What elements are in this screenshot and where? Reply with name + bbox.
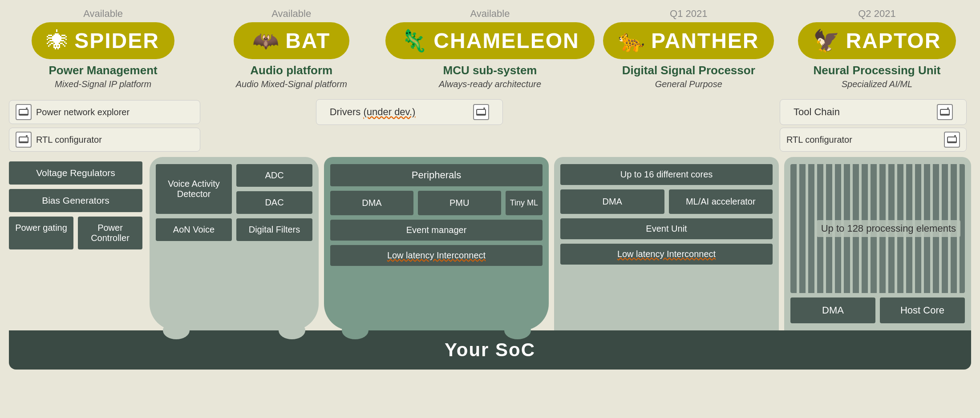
tools-col-toolchain: Tool Chain bbox=[618, 99, 971, 125]
svg-rect-14 bbox=[947, 141, 957, 143]
panther-low-latency-block: Low latency Interconnect bbox=[560, 244, 773, 265]
tool-chain-box[interactable]: Tool Chain bbox=[780, 99, 967, 125]
svg-rect-8 bbox=[940, 114, 950, 115]
chameleon-availability: Available bbox=[470, 8, 510, 20]
panther-icon: 🐆 bbox=[618, 30, 645, 52]
aon-voice-block: AoN Voice bbox=[156, 218, 232, 241]
rtl-left-label: RTL configurator bbox=[36, 135, 102, 145]
svg-rect-1 bbox=[19, 114, 28, 115]
tools-row1: Power network explorer Drivers (under de… bbox=[9, 99, 971, 125]
raptor-availability: Q2 2021 bbox=[858, 8, 895, 20]
rtl-right-icon bbox=[944, 132, 960, 148]
raptor-blocks: Up to 128 processing elements DMA Host C… bbox=[784, 157, 971, 330]
diagram-area: Voltage Regulators Bias Generators Power… bbox=[9, 157, 971, 330]
chameleon-badge[interactable]: 🦎 CHAMELEON bbox=[385, 22, 594, 59]
raptor-name: RAPTOR bbox=[846, 28, 941, 53]
voice-activity-detector-block: Voice Activity Detector bbox=[156, 164, 232, 214]
bat-blocks: Voice Activity Detector ADC DAC AoN Voic… bbox=[150, 157, 319, 330]
raptor-128-label: Up to 128 processing elements bbox=[817, 220, 960, 237]
chip-column-bat: Available 🦇 BAT Audio platform Audio Mix… bbox=[197, 8, 385, 89]
raptor-dma-block: DMA bbox=[790, 297, 875, 323]
dac-block: DAC bbox=[236, 191, 312, 214]
tool-chain-label: Tool Chain bbox=[794, 106, 840, 118]
svg-point-12 bbox=[26, 135, 28, 137]
power-controller-block: Power Controller bbox=[78, 217, 142, 249]
power-network-explorer-item[interactable]: Power network explorer bbox=[9, 100, 200, 124]
bat-icon: 🦇 bbox=[252, 30, 279, 52]
panther-availability: Q1 2021 bbox=[670, 8, 707, 20]
voltage-regulators-block: Voltage Regulators bbox=[9, 161, 142, 185]
raptor-badge[interactable]: 🦅 RAPTOR bbox=[798, 22, 956, 59]
chameleon-blocks: Peripherals DMA PMU Tiny ML Event manage… bbox=[324, 157, 549, 330]
bat-availability: Available bbox=[271, 8, 311, 20]
peripherals-block: Peripherals bbox=[330, 164, 543, 186]
page-container: Available 🕷 SPIDER Power Management Mixe… bbox=[0, 0, 980, 418]
bottom-bar: Your SoC bbox=[9, 330, 971, 370]
panther-title: Digital Signal Processor bbox=[622, 64, 755, 77]
tools-row2-left: RTL configurator bbox=[9, 128, 200, 152]
rtl-left-icon bbox=[16, 132, 32, 148]
chameleon-subtitle: Always-ready architecture bbox=[439, 79, 541, 89]
bat-grid: Voice Activity Detector ADC DAC AoN Voic… bbox=[156, 164, 312, 241]
raptor-title: Neural Processing Unit bbox=[813, 64, 940, 77]
panther-subtitle: General Purpose bbox=[655, 79, 722, 89]
raptor-subtitle: Specialized AI/ML bbox=[842, 79, 912, 89]
panther-badge[interactable]: 🐆 PANTHER bbox=[603, 22, 774, 59]
power-row: Power gating Power Controller bbox=[9, 217, 142, 249]
ml-ai-accelerator-block: ML/AI accelerator bbox=[669, 189, 773, 214]
chip-column-spider: Available 🕷 SPIDER Power Management Mixe… bbox=[9, 8, 197, 89]
event-unit-block: Event Unit bbox=[560, 218, 773, 239]
tools-col-spider: Power network explorer bbox=[9, 100, 200, 124]
tools-row2: RTL configurator RTL configurator bbox=[9, 128, 971, 152]
raptor-icon: 🦅 bbox=[813, 30, 840, 52]
raptor-bottom-row: DMA Host Core bbox=[790, 297, 965, 323]
bat-badge[interactable]: 🦇 BAT bbox=[234, 22, 349, 59]
chips-row: Available 🕷 SPIDER Power Management Mixe… bbox=[9, 8, 971, 89]
spider-icon: 🕷 bbox=[47, 30, 68, 52]
raptor-processing-elements: Up to 128 processing elements bbox=[790, 164, 965, 293]
rtl-configurator-left-item[interactable]: RTL configurator bbox=[9, 128, 200, 152]
spider-subtitle: Mixed-Signal IP platform bbox=[55, 79, 151, 89]
drivers-box[interactable]: Drivers (under dev.) bbox=[316, 99, 503, 125]
spider-badge[interactable]: 🕷 SPIDER bbox=[32, 22, 174, 59]
rtl-right-label: RTL configurator bbox=[786, 135, 852, 145]
drivers-sub: (under dev.) bbox=[363, 106, 415, 117]
chip-column-chameleon: Available 🦎 CHAMELEON MCU sub-system Alw… bbox=[385, 8, 594, 89]
event-manager-block: Event manager bbox=[330, 220, 543, 241]
spider-blocks: Voltage Regulators Bias Generators Power… bbox=[9, 157, 147, 330]
panther-blocks: Up to 16 different cores DMA ML/AI accel… bbox=[554, 157, 779, 330]
chameleon-icon: 🦎 bbox=[401, 30, 427, 52]
cham-low-latency-block: Low latency Interconnect bbox=[330, 245, 543, 266]
drivers-label: Drivers (under dev.) bbox=[330, 106, 416, 118]
svg-point-6 bbox=[483, 108, 485, 109]
spider-availability: Available bbox=[83, 8, 123, 20]
bias-generators-block: Bias Generators bbox=[9, 189, 142, 212]
svg-point-15 bbox=[954, 135, 956, 137]
up-to-16-block: Up to 16 different cores bbox=[560, 164, 773, 185]
chameleon-mid-row: DMA PMU Tiny ML bbox=[330, 191, 543, 215]
cham-dma-block: DMA bbox=[330, 191, 413, 215]
spider-name: SPIDER bbox=[74, 28, 159, 53]
svg-rect-5 bbox=[476, 114, 486, 115]
your-soc-text: Your SoC bbox=[445, 339, 535, 360]
bat-title: Audio platform bbox=[250, 64, 332, 77]
digital-filters-block: Digital Filters bbox=[236, 218, 312, 241]
panther-name: PANTHER bbox=[651, 28, 759, 53]
power-network-label: Power network explorer bbox=[36, 107, 130, 117]
svg-point-9 bbox=[947, 108, 949, 109]
svg-rect-11 bbox=[19, 141, 28, 143]
host-core-block: Host Core bbox=[880, 297, 965, 323]
rtl-configurator-right-box[interactable]: RTL configurator bbox=[780, 128, 967, 152]
panther-mid-row: DMA ML/AI accelerator bbox=[560, 189, 773, 214]
tools-col-drivers: Drivers (under dev.) bbox=[200, 99, 618, 125]
adc-block: ADC bbox=[236, 164, 312, 187]
tools-row2-right: RTL configurator bbox=[200, 128, 971, 152]
tiny-ml-block: Tiny ML bbox=[506, 191, 543, 215]
pmu-block: PMU bbox=[418, 191, 501, 215]
spider-title: Power Management bbox=[49, 64, 158, 77]
chameleon-title: MCU sub-system bbox=[443, 64, 537, 77]
chip-column-raptor: Q2 2021 🦅 RAPTOR Neural Processing Unit … bbox=[783, 8, 971, 89]
power-gating-block: Power gating bbox=[9, 217, 73, 249]
bat-subtitle: Audio Mixed-Signal platform bbox=[236, 79, 347, 89]
drivers-settings-icon bbox=[473, 104, 489, 120]
